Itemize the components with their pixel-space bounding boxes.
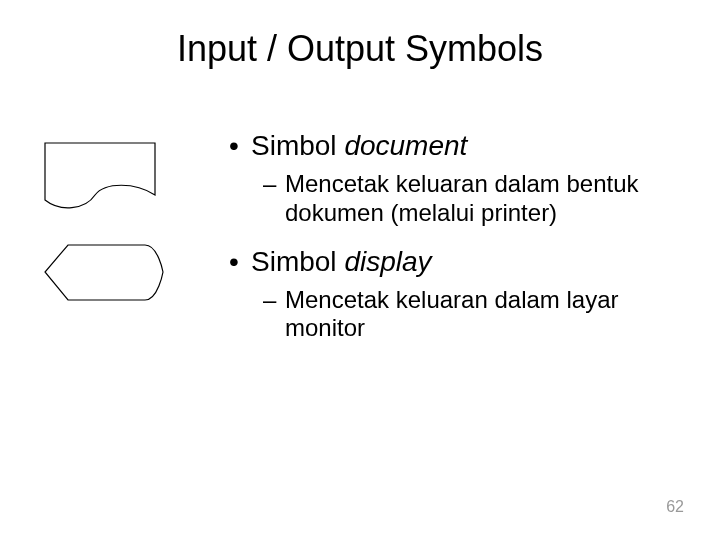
- bullet-label: Simbol display: [251, 246, 680, 278]
- bullet-marker: •: [225, 130, 251, 162]
- slide-title: Input / Output Symbols: [0, 0, 720, 90]
- content-area: • Simbol document – Mencetak keluaran da…: [0, 90, 720, 361]
- sub-item: – Mencetak keluaran dalam bentuk dokumen…: [225, 170, 680, 228]
- sub-item: – Mencetak keluaran dalam layar monitor: [225, 286, 680, 344]
- bullet-marker: •: [225, 246, 251, 278]
- bullet-item: • Simbol display: [225, 246, 680, 278]
- bullet-label: Simbol document: [251, 130, 680, 162]
- display-symbol-icon: [40, 240, 215, 305]
- sub-label: Mencetak keluaran dalam bentuk dokumen (…: [285, 170, 680, 228]
- page-number: 62: [666, 498, 684, 516]
- document-symbol-icon: [40, 140, 215, 215]
- bullet-item: • Simbol document: [225, 130, 680, 162]
- shapes-column: [40, 130, 215, 361]
- dash-marker: –: [263, 286, 285, 315]
- text-column: • Simbol document – Mencetak keluaran da…: [215, 130, 680, 361]
- sub-label: Mencetak keluaran dalam layar monitor: [285, 286, 680, 344]
- dash-marker: –: [263, 170, 285, 199]
